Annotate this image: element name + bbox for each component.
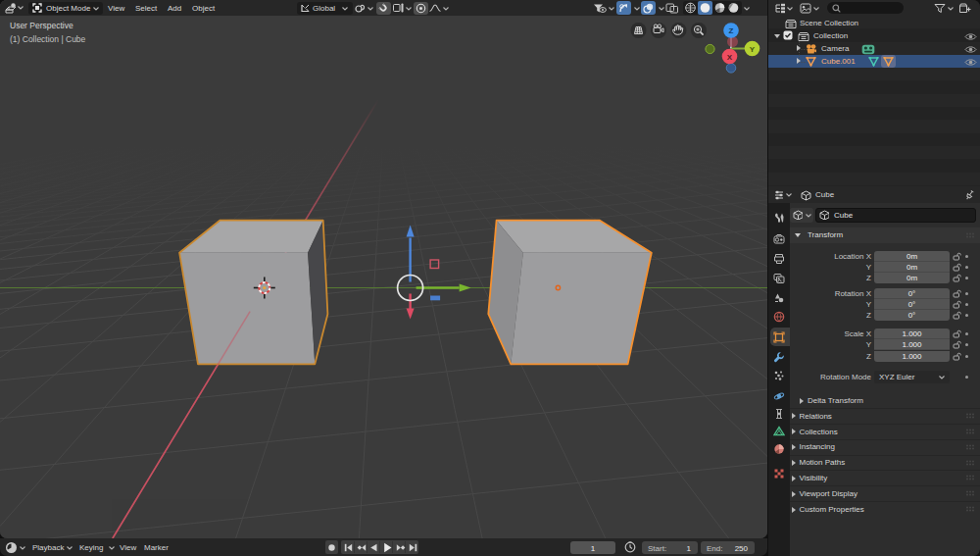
svg-text:Y: Y: [750, 45, 756, 54]
svg-text:X: X: [727, 53, 733, 62]
svg-text:User Perspective: User Perspective: [10, 21, 74, 30]
svg-text:Z: Z: [729, 26, 734, 35]
svg-text:(1) Collection | Cube: (1) Collection | Cube: [10, 34, 86, 44]
